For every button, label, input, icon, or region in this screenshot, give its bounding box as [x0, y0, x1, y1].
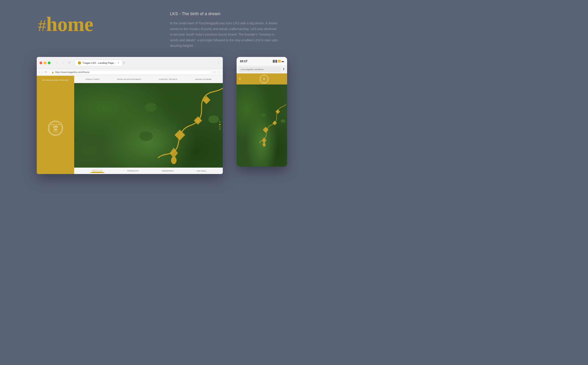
- logo-gh: GH: [54, 128, 57, 131]
- mobile-url-text: www.tnagarIks.com/#home: [241, 68, 263, 70]
- scroll-dot-1[interactable]: [219, 124, 220, 125]
- mobile-site-logo: LKS GH: [260, 75, 269, 83]
- footer-nav-about[interactable]: ABOUT US: [91, 169, 104, 173]
- back-icon[interactable]: ‹: [39, 70, 40, 74]
- footer-highlight: [91, 172, 104, 173]
- site-main-area: TODAY'S RATE BOOK AN APPOINTMENT CONTACT…: [74, 76, 223, 174]
- site-top-nav: TODAY'S RATE BOOK AN APPOINTMENT CONTACT…: [74, 76, 223, 83]
- site-sidebar: 100% BIS HALLMARK JEWELLERY HOUSE OF THE…: [37, 76, 74, 174]
- mobile-status-icons: ▐▐▐ 📶 ▬: [272, 60, 284, 63]
- svg-point-6: [163, 94, 172, 101]
- svg-marker-2: [175, 130, 184, 140]
- close-window-button[interactable]: [40, 62, 42, 64]
- tab-close-button[interactable]: ✕: [117, 62, 119, 64]
- svg-point-15: [281, 119, 285, 123]
- mobile-necklace-illustration: [259, 84, 287, 167]
- reload-icon[interactable]: ↻: [45, 70, 47, 74]
- logo-since: SINCE 1992: [53, 131, 58, 132]
- browser-chrome: ‹ › ↻ Tnagar LKS - Landing Page... ✕ + ⋮: [37, 57, 223, 69]
- mobile-header: ≡ LKS GH: [237, 73, 287, 84]
- maximize-window-button[interactable]: [48, 62, 50, 64]
- site-logo: HOUSE OF THE LKS GH SINCE 1992: [48, 121, 63, 136]
- description-text: In the small town of Tiruchirappalli,was…: [170, 21, 278, 49]
- website-content: 100% BIS HALLMARK JEWELLERY HOUSE OF THE…: [37, 76, 223, 174]
- svg-point-4: [171, 157, 176, 164]
- hamburger-menu-icon[interactable]: ≡: [239, 77, 241, 81]
- browser-back-button[interactable]: ‹: [54, 61, 59, 65]
- mobile-time: 10:17: [240, 59, 247, 63]
- site-nav-links: TODAY'S RATE BOOK AN APPOINTMENT CONTACT…: [77, 78, 220, 80]
- logo-inner: HOUSE OF THE LKS GH SINCE 1992: [49, 122, 62, 134]
- mobile-address-bar[interactable]: www.tnagarIks.com/#home: [239, 67, 281, 72]
- mobile-share-button[interactable]: ⬆: [283, 68, 285, 71]
- svg-marker-11: [263, 127, 268, 133]
- nav-todays-rate[interactable]: TODAY'S RATE: [85, 78, 100, 80]
- scroll-dot-2[interactable]: [219, 126, 220, 128]
- home-word: home: [46, 13, 93, 35]
- logo-house-text: HOUSE OF THE: [51, 124, 60, 125]
- hash-symbol: #: [38, 16, 46, 35]
- address-bar-row: ‹ › ↻ 🔒 https://www.tnagarIks.com/#home …: [37, 69, 223, 76]
- svg-point-8: [139, 131, 153, 141]
- mobile-hero-image: [237, 84, 287, 167]
- site-footer-nav: ABOUT US PRODUCTS TRENDINGS LKS WALL: [74, 168, 223, 174]
- nav-saving-scheme[interactable]: SAVING SCHEME: [195, 78, 212, 80]
- address-bar-input[interactable]: 🔒 https://www.tnagarIks.com/#home: [49, 70, 212, 75]
- forward-icon[interactable]: ›: [42, 70, 43, 74]
- desktop-browser-mockup: ‹ › ↻ Tnagar LKS - Landing Page... ✕ + ⋮…: [37, 57, 223, 174]
- svg-point-5: [145, 103, 157, 112]
- tab-favicon: [78, 61, 81, 64]
- browser-tab-bar: Tnagar LKS - Landing Page... ✕ +: [75, 60, 214, 66]
- minimize-window-button[interactable]: [44, 62, 46, 64]
- nav-book-appointment[interactable]: BOOK AN APPOINTMENT: [117, 78, 142, 80]
- page-title-area: #home: [38, 13, 93, 36]
- url-text: https://www.tnagarIks.com/#home: [55, 71, 89, 73]
- description-title: LKS - The birth of a dream: [170, 12, 278, 16]
- bookmark-icon[interactable]: ☆: [213, 70, 216, 74]
- wifi-icon: 📶: [278, 60, 281, 63]
- svg-point-14: [261, 113, 266, 117]
- svg-marker-9: [276, 110, 280, 114]
- browser-tab[interactable]: Tnagar LKS - Landing Page... ✕: [75, 60, 122, 66]
- necklace-illustration: [128, 83, 223, 168]
- more-options-icon[interactable]: ⋮: [218, 70, 220, 74]
- nav-contact-details[interactable]: CONTACT DETAILS: [159, 78, 177, 80]
- logo-lks: LKS: [53, 126, 58, 128]
- traffic-lights: [40, 62, 50, 64]
- battery-icon: ▬: [282, 60, 284, 63]
- svg-point-13: [263, 143, 266, 147]
- svg-marker-10: [273, 121, 277, 125]
- address-bar-actions: ☆ ⋮: [213, 70, 220, 74]
- site-nav-badge-top: 100% BIS HALLMARK JEWELLERY: [37, 78, 74, 82]
- browser-menu-button[interactable]: ⋮: [217, 61, 220, 64]
- svg-marker-12: [262, 138, 266, 143]
- page-number: 01: [219, 121, 221, 123]
- footer-about-label[interactable]: ABOUT US: [92, 169, 102, 172]
- footer-trendings-label[interactable]: TRENDINGS: [162, 170, 173, 172]
- mobile-browser-mockup: 10:17 ▐▐▐ 📶 ▬ www.tnagarIks.com/#home ⬆ …: [237, 57, 287, 167]
- scroll-indicators: 01: [219, 121, 221, 130]
- svg-point-7: [208, 115, 219, 123]
- mobile-site-content: ≡ LKS GH: [237, 73, 287, 167]
- lock-icon: 🔒: [51, 71, 54, 73]
- scroll-dot-3[interactable]: [219, 129, 220, 130]
- footer-products-label[interactable]: PRODUCTS: [128, 170, 139, 172]
- signal-icon: ▐▐▐: [272, 60, 277, 63]
- footer-lks-wall-label[interactable]: LKS WALL: [197, 170, 207, 172]
- new-tab-button[interactable]: +: [123, 61, 125, 65]
- tab-title: Tnagar LKS - Landing Page...: [82, 62, 116, 64]
- description-area: LKS - The birth of a dream In the small …: [170, 12, 278, 49]
- browser-refresh-button[interactable]: ↻: [67, 61, 72, 65]
- browser-forward-button[interactable]: ›: [61, 61, 65, 65]
- mobile-browser-bar: www.tnagarIks.com/#home ⬆: [237, 65, 287, 73]
- mobile-status-bar: 10:17 ▐▐▐ 📶 ▬: [237, 57, 287, 65]
- hero-image: 01: [74, 83, 223, 168]
